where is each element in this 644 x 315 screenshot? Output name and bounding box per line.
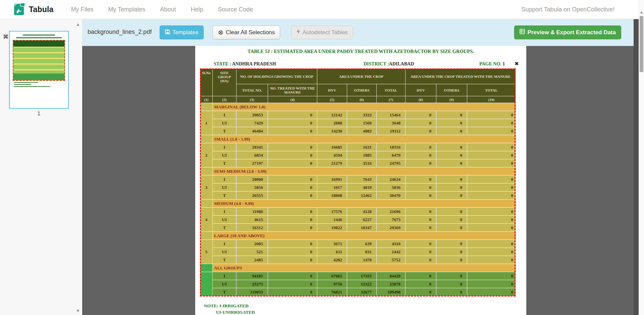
table-title: TABLE 5J : ESTIMATED AREA UNDER PADDY TR… bbox=[195, 49, 526, 54]
brand-title: Tabula bbox=[29, 5, 54, 14]
nav-item-help[interactable]: Help bbox=[191, 6, 203, 13]
sidebar-scroll-up-icon[interactable]: ▲ bbox=[76, 22, 80, 27]
templates-button[interactable]: Templates bbox=[160, 25, 204, 39]
nav-item-about[interactable]: About bbox=[160, 6, 176, 13]
thumbnail-table-selection bbox=[13, 40, 65, 81]
tabula-brand[interactable]: Tabula bbox=[13, 2, 54, 17]
thumbnail-title-line bbox=[23, 35, 55, 36]
tabula-logo-icon bbox=[13, 2, 25, 17]
sidebar-scroll-down-icon[interactable]: ▼ bbox=[76, 308, 80, 313]
pdf-canvas[interactable]: TABLE 5J : ESTIMATED AREA UNDER PADDY TR… bbox=[82, 46, 634, 315]
export-button-label: Preview & Export Extracted Data bbox=[527, 29, 616, 36]
nav-item-my-templates[interactable]: My Templates bbox=[108, 6, 146, 13]
selection-box[interactable] bbox=[200, 68, 516, 297]
autodetect-tables-button[interactable]: Autodetect Tables bbox=[291, 25, 353, 39]
thumbnail-note-line bbox=[14, 84, 31, 85]
state-value: ANDHRA PRADESH bbox=[232, 61, 276, 66]
window-scrollbar[interactable]: ▲ bbox=[639, 0, 644, 315]
autodetect-button-label: Autodetect Tables bbox=[303, 29, 348, 36]
selection-close-button[interactable]: ✖ bbox=[515, 61, 519, 67]
scrollbar-up-icon[interactable]: ▲ bbox=[640, 10, 643, 14]
nav-item-source-code[interactable]: Source Code bbox=[218, 6, 253, 13]
thumbnail-subtitle-line bbox=[16, 37, 62, 38]
navbar: Tabula My Files My Templates About Help … bbox=[0, 0, 644, 19]
note-line-2: UI-UNIRRIGATED bbox=[216, 310, 255, 315]
preview-export-button[interactable]: Preview & Export Extracted Data bbox=[514, 25, 621, 39]
page-number-label: 1 bbox=[9, 110, 69, 117]
page-no-label: PAGE NO. bbox=[479, 61, 501, 66]
lightning-bolt-icon bbox=[297, 29, 300, 36]
save-template-icon bbox=[165, 29, 170, 36]
thumbnail-note-line bbox=[14, 82, 38, 83]
scrollbar-thumb[interactable] bbox=[640, 16, 643, 72]
tabula-app: Tabula My Files My Templates About Help … bbox=[0, 0, 644, 315]
nav-menu: My Files My Templates About Help Source … bbox=[71, 6, 253, 13]
state-label: STATE : bbox=[214, 61, 231, 66]
remove-page-button[interactable]: ✖ bbox=[3, 33, 9, 41]
toolbar: background_lines_2.pdf Templates ⊗ Clear… bbox=[82, 19, 634, 46]
pdf-page[interactable]: TABLE 5J : ESTIMATED AREA UNDER PADDY TR… bbox=[195, 46, 526, 315]
document-filename: background_lines_2.pdf bbox=[88, 29, 152, 36]
clear-all-selections-button[interactable]: ⊗ Clear All Selections bbox=[213, 25, 280, 39]
sidebar: ✖ 1 ▲ ▼ bbox=[0, 19, 82, 315]
thumbnail-note-line bbox=[14, 86, 50, 87]
district-label: DISTRICT : bbox=[364, 61, 389, 66]
support-link[interactable]: Support Tabula on OpenCollective! bbox=[521, 6, 614, 13]
page-no-value: 1 bbox=[502, 61, 505, 66]
nav-item-my-files[interactable]: My Files bbox=[71, 6, 94, 13]
district-value: ADILABAD bbox=[389, 61, 414, 66]
note-line-1: NOTE: I-IRRIGATED bbox=[204, 303, 249, 309]
table-list-icon bbox=[520, 29, 525, 36]
clear-button-label: Clear All Selections bbox=[226, 29, 275, 36]
templates-button-label: Templates bbox=[172, 29, 198, 36]
remove-circle-icon: ⊗ bbox=[218, 29, 223, 36]
canvas-scrollbar[interactable] bbox=[634, 19, 639, 315]
page-thumbnail[interactable] bbox=[9, 31, 69, 109]
